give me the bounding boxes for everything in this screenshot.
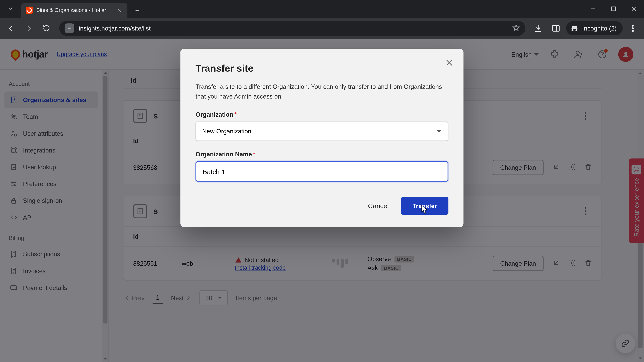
- organization-name-input[interactable]: [196, 161, 448, 182]
- organization-select-value: New Organization: [202, 128, 251, 135]
- tab-close-button[interactable]: [116, 7, 123, 14]
- organization-select[interactable]: New Organization: [196, 122, 448, 141]
- window-minimize-button[interactable]: [583, 2, 603, 16]
- modal-close-button[interactable]: [445, 58, 454, 68]
- svg-point-3: [632, 28, 634, 29]
- address-bar[interactable]: insights.hotjar.com/site/list: [59, 21, 526, 36]
- back-button[interactable]: [4, 21, 18, 36]
- required-marker: *: [253, 151, 255, 158]
- chevron-down-icon: [436, 129, 442, 134]
- new-tab-button[interactable]: [131, 4, 144, 17]
- modal-title: Transfer site: [196, 63, 448, 74]
- svg-point-4: [632, 30, 634, 31]
- browser-tab[interactable]: Sites & Organizations - Hotjar: [21, 3, 128, 18]
- downloads-icon[interactable]: [531, 21, 546, 36]
- hotjar-favicon: [26, 7, 33, 14]
- app-page: hotjar Upgrade your plans English: [0, 39, 644, 362]
- incognito-icon: [571, 24, 578, 32]
- window-close-button[interactable]: [624, 2, 644, 16]
- organization-field-label: Organization*: [196, 111, 448, 118]
- forward-button[interactable]: [21, 21, 36, 36]
- reload-button[interactable]: [39, 21, 54, 36]
- svg-rect-0: [612, 7, 616, 11]
- transfer-button[interactable]: Transfer: [401, 197, 448, 215]
- transfer-site-modal: Transfer site Transfer a site to a diffe…: [180, 49, 464, 227]
- sidepanel-icon[interactable]: [548, 21, 564, 36]
- tab-title: Sites & Organizations - Hotjar: [36, 7, 112, 13]
- bookmark-icon[interactable]: [512, 24, 520, 33]
- site-info-button[interactable]: [64, 23, 74, 33]
- svg-rect-1: [553, 25, 560, 31]
- modal-description: Transfer a site to a different Organizat…: [196, 82, 448, 101]
- modal-overlay[interactable]: Transfer site Transfer a site to a diffe…: [0, 39, 644, 362]
- svg-point-2: [632, 25, 634, 26]
- incognito-indicator[interactable]: Incognito (2): [566, 21, 623, 35]
- window-controls: [583, 0, 644, 17]
- required-marker: *: [234, 111, 237, 118]
- incognito-label: Incognito (2): [582, 25, 616, 32]
- browser-titlebar: Sites & Organizations - Hotjar: [0, 0, 644, 17]
- browser-toolbar: insights.hotjar.com/site/list Incognito …: [0, 17, 644, 39]
- transfer-button-label: Transfer: [412, 203, 437, 210]
- cancel-button[interactable]: Cancel: [366, 198, 392, 214]
- window-maximize-button[interactable]: [603, 2, 624, 16]
- organization-name-input-field[interactable]: [202, 168, 442, 175]
- chevron-down-icon: [7, 5, 14, 13]
- url-text: insights.hotjar.com/site/list: [79, 25, 508, 32]
- browser-menu-button[interactable]: [626, 21, 640, 36]
- organization-name-field-label: Organization Name*: [196, 151, 448, 158]
- tab-search-button[interactable]: [0, 0, 21, 17]
